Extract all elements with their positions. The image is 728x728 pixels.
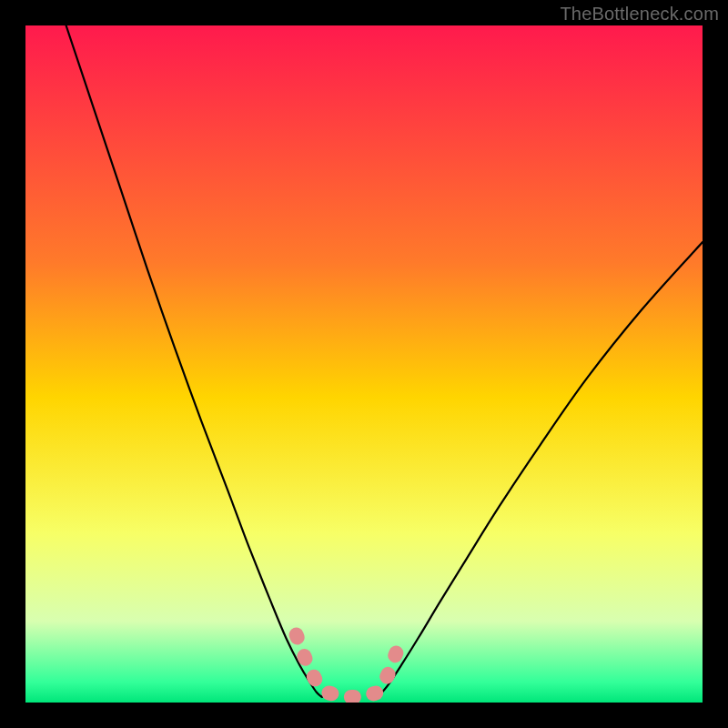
- pink-floor: [297, 635, 399, 697]
- chart-stage: TheBottleneck.com: [0, 0, 728, 728]
- plot-area: [25, 25, 703, 703]
- right-curve: [378, 242, 703, 697]
- curve-layer: [25, 25, 703, 703]
- watermark-text: TheBottleneck.com: [560, 4, 719, 25]
- left-curve: [66, 25, 322, 697]
